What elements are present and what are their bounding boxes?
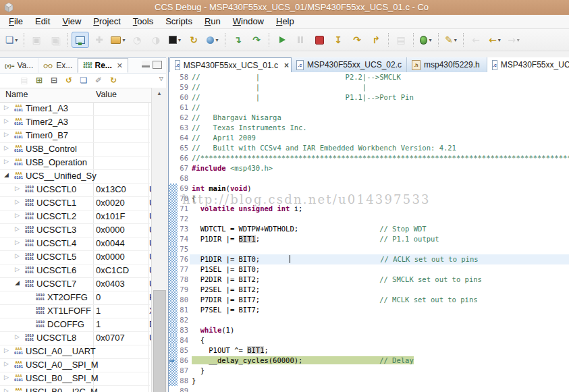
code-line-83[interactable]: 83 while(1) (169, 325, 569, 335)
menu-run[interactable]: Run (198, 15, 227, 28)
register-row-ucsctl5[interactable]: ▷10100101UCSCTL50x0000U (0, 250, 150, 264)
expand-arrow-icon[interactable]: ▷ (15, 333, 20, 340)
code-line-81[interactable]: 81 P7SEL |= BIT7; (169, 305, 569, 315)
column-header-value[interactable]: Value (96, 90, 117, 99)
register-row-timer1_a3[interactable]: ▷AAA0101Timer1_A3 (0, 102, 150, 116)
expand-arrow-icon[interactable]: ▷ (4, 158, 9, 165)
terminate-button[interactable] (310, 32, 328, 48)
code-line-61[interactable]: 61// (169, 103, 569, 113)
scroll-up-arrow-icon[interactable]: ▲ (152, 88, 167, 99)
vertical-scrollbar[interactable]: ▲ (151, 88, 167, 392)
view-tab-re[interactable]: 10100101Re...✕ (78, 58, 128, 73)
new-button[interactable]: ❏▾ (3, 32, 20, 48)
register-row-ucsctl3[interactable]: ▷10100101UCSCTL30x0000U (0, 223, 150, 237)
code-line-69[interactable]: 69int main(void) (169, 184, 569, 194)
code-line-68[interactable]: 68 (169, 173, 569, 184)
register-row-usci_a0__spi_m[interactable]: ▷AAA0101USCI_A0__SPI_M (0, 358, 150, 372)
register-row-xt2offg[interactable]: 10100101XT2OFFG0H (0, 291, 150, 305)
close-icon[interactable]: × (284, 61, 289, 70)
code-line-87[interactable]: 87 } (169, 366, 569, 376)
register-row-ucsctl1[interactable]: ▷10100101UCSCTL10x0020U (0, 196, 150, 211)
register-row-ucs__unified_sy[interactable]: ◢AAA0101UCS__Unified_Sy (0, 169, 150, 184)
step-return-button[interactable]: ↱ (367, 32, 385, 48)
code-line-82[interactable]: 82 (169, 315, 569, 325)
expand-arrow-icon[interactable]: ▷ (4, 104, 9, 111)
code-line-86[interactable]: ⇒86 __delay_cycles(60000); // Delay (169, 356, 569, 366)
menu-scripts[interactable]: Scripts (159, 15, 198, 28)
code-line-75[interactable]: 75 (169, 244, 569, 254)
expand-arrow-icon[interactable]: ▷ (15, 239, 20, 246)
register-row-usb_control[interactable]: ▷AAA0101USB_Control (0, 142, 150, 157)
debug-config-bug-button[interactable]: ▾ (417, 32, 435, 48)
scrollbar-thumb[interactable] (153, 290, 166, 392)
step-over-button[interactable]: ↷ (348, 32, 366, 48)
refresh-icon[interactable]: ↻ (107, 74, 120, 86)
minimize-button[interactable] (142, 61, 150, 67)
load-program-button[interactable]: ▾ (109, 32, 127, 48)
menu-tools[interactable]: Tools (127, 15, 159, 28)
device-chip-button[interactable]: ▾ (166, 32, 184, 48)
code-line-65[interactable]: 65// Built with CCSv4 and IAR Embedded W… (169, 143, 569, 153)
expand-arrow-icon[interactable]: ▷ (4, 360, 9, 367)
code-line-80[interactable]: 80 P7DIR |= BIT7; // MCLK set out to pin… (169, 295, 569, 305)
register-row-timer0_b7[interactable]: ▷AAA0101Timer0_B7 (0, 129, 150, 143)
menu-window[interactable]: Window (227, 15, 270, 28)
expand-arrow-icon[interactable]: ▷ (4, 347, 9, 354)
column-header-name[interactable]: Name (5, 90, 28, 99)
code-line-63[interactable]: 63// Texas Instruments Inc. (169, 123, 569, 133)
code-line-60[interactable]: 60// | P1.1|-->Port Pin (169, 92, 569, 103)
expand-arrow-icon[interactable]: ▷ (15, 266, 20, 273)
expand-arrow-icon[interactable]: ▷ (15, 198, 20, 205)
debug-active-target-button[interactable] (72, 32, 89, 48)
view-tab-va[interactable]: (x)=Va... (0, 58, 38, 73)
register-row-ucsctl8[interactable]: ▷10100101UCSCTL80x0707U (0, 331, 150, 345)
collapse-arrow-icon[interactable]: ◢ (4, 171, 9, 178)
code-line-71[interactable]: 71 volatile unsigned int i; (169, 204, 569, 214)
register-row-usci_a0__uart[interactable]: ▷AAA0101USCI_A0__UART (0, 345, 150, 359)
menu-help[interactable]: Help (270, 15, 300, 28)
assembly-step-over-button[interactable]: ↷ (248, 32, 265, 48)
expand-arrow-icon[interactable]: ▷ (4, 387, 9, 392)
collapse-all-icon[interactable]: ⊟ (47, 74, 61, 86)
code-line-77[interactable]: 77 P1SEL |= BIT0; (169, 264, 569, 275)
expand-arrow-icon[interactable]: ▷ (15, 225, 20, 232)
code-line-85[interactable]: 85 P1OUT ^= BIT1; (169, 345, 569, 356)
number-format-icon[interactable]: ↺ (62, 74, 76, 86)
register-row-ucsctl6[interactable]: ▷10100101UCSCTL60xC1CDU (0, 264, 150, 278)
code-line-67[interactable]: 67#include <msp430.h> (169, 163, 569, 173)
code-line-73[interactable]: 73 WDTCTL = WDTPW+WDTHOLD; // Stop WDT (169, 224, 569, 234)
code-line-72[interactable]: 72 (169, 214, 569, 224)
code-line-58[interactable]: 58// | P2.2|-->SMCLK (169, 72, 569, 82)
collapse-arrow-icon[interactable]: ◢ (15, 279, 20, 286)
refresh-orb-button[interactable]: ▾ (204, 32, 221, 48)
code-line-89[interactable]: 89 (169, 386, 569, 392)
step-into-button[interactable]: ↧ (329, 32, 347, 48)
code-line-70[interactable]: 70{ (169, 194, 569, 204)
expand-arrow-icon[interactable]: ▷ (4, 144, 9, 151)
code-line-79[interactable]: 79 P2SEL |= BIT2; (169, 285, 569, 295)
maximize-button[interactable] (153, 61, 162, 69)
tree-mode-icon[interactable]: ⊞ (32, 74, 46, 86)
editor-tab-msp430f55xx_ucs[interactable]: .cMSP430F55xx_UCS (487, 57, 569, 72)
highlight-pen-button[interactable]: ✎▾ (442, 32, 460, 48)
code-line-74[interactable]: 74 P1DIR |= BIT1; // P1.1 output (169, 234, 569, 244)
register-row-timer2_a3[interactable]: ▷AAA0101Timer2_A3 (0, 115, 150, 130)
code-line-64[interactable]: 64// April 2009 (169, 133, 569, 143)
close-icon[interactable]: ✕ (117, 61, 123, 70)
menu-view[interactable]: View (56, 15, 87, 28)
code-line-88[interactable]: 88} (169, 376, 569, 386)
editor-tab-msp430f5229.h[interactable]: .hmsp430f5229.h (407, 57, 487, 72)
resume-button[interactable] (273, 32, 290, 48)
assembly-step-into-button[interactable]: ↴ (229, 32, 246, 48)
back-button[interactable]: ←▾ (486, 32, 504, 48)
view-tab-ex[interactable]: Ex... (38, 58, 78, 73)
code-line-62[interactable]: 62// Bhargavi Nisarga (169, 113, 569, 123)
menu-file[interactable]: File (3, 15, 29, 28)
register-row-usb_operation[interactable]: ▷AAA0101USB_Operation (0, 156, 150, 170)
register-row-usci_b0__i2c_m[interactable]: ▷AAA0101USCI_B0__I2C_M (0, 385, 150, 392)
expand-arrow-icon[interactable]: ▷ (4, 131, 9, 138)
register-row-ucsctl4[interactable]: ▷10100101UCSCTL40x0044U (0, 237, 150, 251)
expand-arrow-icon[interactable]: ▷ (15, 252, 20, 259)
code-line-84[interactable]: 84 { (169, 335, 569, 345)
expand-arrow-icon[interactable]: ▷ (4, 117, 9, 124)
